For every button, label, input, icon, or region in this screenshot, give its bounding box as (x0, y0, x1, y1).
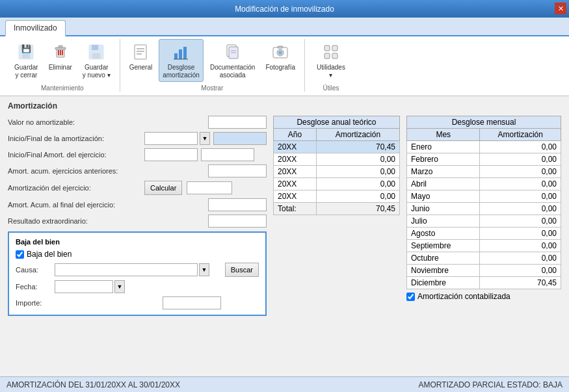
desglose-mensual-row: Octubre0,00 (407, 252, 561, 265)
inicio-date-input[interactable]: 31/01/20XX (144, 132, 198, 145)
anio-cell: 20XX (274, 178, 317, 190)
utilidades-icon (321, 42, 341, 62)
ribbon-group-mostrar: General Desgloseamortización (120, 39, 305, 92)
col-mes-header: Mes (407, 129, 480, 141)
svg-rect-32 (332, 53, 337, 59)
svg-rect-11 (92, 45, 98, 50)
desglose-mensual-row: Enero0,00 (407, 141, 561, 153)
guardar-cerrar-icon: 💾 (16, 42, 36, 62)
fotografia-button[interactable]: Fotografía (261, 39, 299, 82)
amort-acum-input[interactable]: 0,00 (208, 164, 267, 177)
statusbar-left: AMORTIZACIÓN DEL 31/01/20XX AL 30/01/20X… (7, 380, 180, 389)
desglose-mensual-row: Abril0,00 (407, 178, 561, 190)
buscar-button[interactable]: Buscar (225, 263, 259, 277)
ribbon-group-utiles: Utilidades▾ Útiles (305, 39, 357, 92)
amort-acum-final-label: Amort. Acum. al final del ejercicio: (8, 201, 144, 209)
anio-cell: 20XX (274, 166, 317, 178)
desglose-amortizacion-button[interactable]: Desgloseamortización (159, 39, 204, 82)
causa-dropdown[interactable]: ▼ (199, 263, 209, 276)
final-date-input[interactable]: 30/01/20XX (213, 132, 267, 145)
mes-cell: Marzo (407, 166, 480, 178)
desglose-mensual-table: Desglose mensual Mes Amortización Enero0… (406, 116, 561, 289)
desglose-anual-row: 20XX0,00 (274, 190, 400, 203)
amort-contabilizada-row: Amortización contabilizada (406, 292, 561, 301)
desglose-anual-row: 20XX0,00 (274, 153, 400, 166)
baja-form: Causa: VENTA ▼ Buscar Fecha: 31/05/20XX … (16, 263, 259, 309)
mes-cell: Enero (407, 141, 480, 153)
eliminar-icon (50, 42, 71, 62)
titlebar: Modificación de inmovilizado ✕ (0, 0, 569, 18)
amortizacion-ejercicio-input[interactable]: 70,45 (187, 181, 232, 194)
col-anio-header: Año (274, 129, 317, 141)
valor-no-amortizable-input[interactable]: 0,00 (208, 116, 267, 129)
svg-rect-29 (324, 46, 330, 51)
final-ej-input[interactable]: 31/05/20XX (201, 148, 254, 161)
amort-acum-final-input[interactable]: 70,45 (208, 198, 267, 211)
mostrar-group-label: Mostrar (126, 85, 299, 92)
resultado-extraordinario-input[interactable]: 79,55 (208, 215, 267, 228)
baja-checkbox-row: Baja del bien (16, 250, 259, 259)
right-panel: Desglose mensual Mes Amortización Enero0… (406, 116, 561, 316)
utilidades-button[interactable]: Utilidades▾ (313, 39, 349, 82)
desglose-mensual-row: Febrero0,00 (407, 153, 561, 166)
utiles-group-label: Útiles (310, 85, 352, 92)
close-button[interactable]: ✕ (555, 3, 566, 14)
amort-mensual-cell: 0,00 (480, 215, 561, 228)
amort-mensual-cell: 0,00 (480, 203, 561, 215)
statusbar-right: AMORTIZADO PARCIAL ESTADO: BAJA (418, 380, 562, 389)
amortizacion-ejercicio-label: Amortización del ejercicio: (8, 184, 144, 192)
importe-label: Importe: (16, 299, 55, 307)
fecha-input[interactable]: 31/05/20XX (55, 280, 113, 293)
col-amort-header: Amortización (316, 129, 399, 141)
amort-contabilizada-label: Amortización contabilizada (417, 292, 510, 301)
mes-cell: Septiembre (407, 240, 480, 252)
tab-inmovilizado[interactable]: Inmovilizado (5, 20, 66, 36)
mes-cell: Noviembre (407, 265, 480, 277)
general-button[interactable]: General (126, 39, 157, 82)
guardar-cerrar-button[interactable]: 💾 Guardary cerrar (10, 39, 42, 82)
amort-mensual-cell: 0,00 (480, 153, 561, 166)
calcular-button[interactable]: Calcular (144, 181, 182, 195)
importe-input[interactable]: 700,00 (163, 296, 221, 309)
desglose-mensual-row: Diciembre70,45 (407, 277, 561, 289)
fecha-dropdown[interactable]: ▼ (114, 280, 125, 293)
guardar-nuevo-button[interactable]: Guardary nuevo ▾ (79, 39, 114, 82)
ribbon-group-mantenimiento: 💾 Guardary cerrar Eliminar (5, 39, 120, 92)
desglose-anual-title: Desglose anual teórico (274, 116, 400, 129)
amort-mensual-cell: 0,00 (480, 166, 561, 178)
desglose-anual-table: Desglose anual teórico Año Amortización … (273, 116, 400, 215)
baja-title: Baja del bien (16, 238, 259, 246)
mes-cell: Mayo (407, 190, 480, 203)
amort-anual-cell: 0,00 (316, 178, 399, 190)
mes-cell: Agosto (407, 228, 480, 240)
utiles-buttons: Utilidades▾ (313, 39, 349, 82)
causa-input[interactable]: VENTA (55, 263, 198, 276)
mantenimiento-buttons: 💾 Guardary cerrar Eliminar (10, 39, 114, 82)
desglose-mensual-row: Noviembre0,00 (407, 265, 561, 277)
documentacion-asociada-button[interactable]: Documentaciónasociada (206, 39, 259, 82)
desglose-mensual-row: Junio0,00 (407, 203, 561, 215)
utilidades-label: Utilidades▾ (317, 64, 345, 79)
amort-mensual-cell: 0,00 (480, 228, 561, 240)
desglose-mensual-row: Mayo0,00 (407, 190, 561, 203)
amort-anual-cell: 70,45 (316, 141, 399, 153)
eliminar-button[interactable]: Eliminar (45, 39, 76, 82)
desglose-amortizacion-icon (171, 42, 192, 62)
svg-rect-12 (92, 53, 100, 59)
guardar-cerrar-label: Guardary cerrar (14, 64, 38, 79)
general-label: General (129, 64, 153, 72)
desglose-mensual-row: Agosto0,00 (407, 228, 561, 240)
desglose-mensual-row: Septiembre0,00 (407, 240, 561, 252)
amort-contabilizada-checkbox[interactable] (406, 293, 415, 301)
mes-cell: Abril (407, 178, 480, 190)
svg-rect-18 (179, 49, 182, 59)
baja-checkbox[interactable] (16, 250, 24, 259)
inicio-date-dropdown[interactable]: ▼ (200, 132, 210, 145)
mantenimiento-group-label: Mantenimiento (10, 85, 114, 92)
desglose-mensual-row: Marzo0,00 (407, 166, 561, 178)
guardar-nuevo-label: Guardary nuevo ▾ (83, 64, 111, 79)
inicio-ej-input[interactable]: 31/01/20XX (144, 148, 198, 161)
amort-mensual-cell: 0,00 (480, 190, 561, 203)
documentacion-asociada-icon (222, 42, 243, 62)
svg-rect-17 (174, 53, 178, 59)
